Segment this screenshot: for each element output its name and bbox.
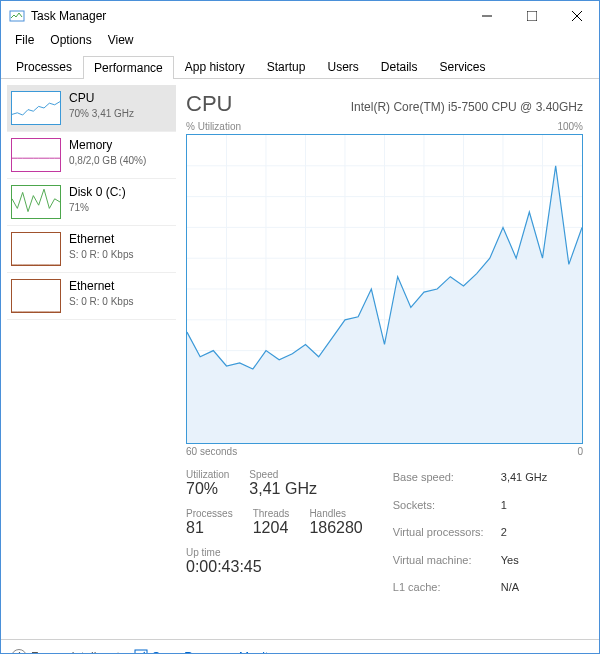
separator: | [116,650,119,655]
tab-users[interactable]: Users [316,55,369,78]
stat-uptime: 0:00:43:45 [186,558,363,576]
tab-processes[interactable]: Processes [5,55,83,78]
sidebar-item-memory[interactable]: Memory0,8/2,0 GB (40%) [7,132,176,179]
mini-chart-disk [11,185,61,219]
stat-label: Utilization [186,469,229,480]
window-controls [464,1,599,31]
tab-details[interactable]: Details [370,55,429,78]
mini-chart-ethernet [11,279,61,313]
sidebar-item-sub: 71% [69,201,126,214]
stats-area: Utilization70% Speed3,41 GHz Processes81… [186,469,583,597]
maximize-button[interactable] [509,1,554,31]
stat-label: Processes [186,508,233,519]
stat-speed: 3,41 GHz [249,480,317,498]
close-button[interactable] [554,1,599,31]
page-title: CPU [186,91,232,117]
fewer-details-label: Fewer details [31,650,102,655]
stat-label: Handles [309,508,362,519]
footer: ˄ Fewer details | Open Resource Monitor [1,639,599,654]
minimize-button[interactable] [464,1,509,31]
content-area: CPU70% 3,41 GHz Memory0,8/2,0 GB (40%) D… [1,79,599,639]
sidebar-item-cpu[interactable]: CPU70% 3,41 GHz [7,85,176,132]
mini-chart-memory [11,138,61,172]
titlebar: Task Manager [1,1,599,31]
menubar: File Options View [1,31,599,51]
sidebar-item-sub: 70% 3,41 GHz [69,107,134,120]
menu-file[interactable]: File [7,31,42,51]
svg-rect-2 [527,11,537,21]
cpu-utilization-chart [186,134,583,444]
mini-chart-ethernet [11,232,61,266]
kv-l1: N/A [501,579,519,597]
sidebar-item-sub: S: 0 R: 0 Kbps [69,248,133,261]
tab-app-history[interactable]: App history [174,55,256,78]
stat-threads: 1204 [253,519,290,537]
stat-label: Speed [249,469,317,480]
chart-ylabel: % Utilization [186,121,241,132]
fewer-details-button[interactable]: ˄ Fewer details [11,649,102,655]
menu-view[interactable]: View [100,31,142,51]
mini-chart-cpu [11,91,61,125]
sidebar-item-sub: S: 0 R: 0 Kbps [69,295,133,308]
kv-label: L1 cache: [393,579,493,597]
svg-rect-24 [135,650,147,654]
sidebar-item-label: Ethernet [69,279,133,295]
kv-label: Sockets: [393,497,493,515]
kv-vproc: 2 [501,524,507,542]
stat-label: Threads [253,508,290,519]
sidebar-item-ethernet-1[interactable]: EthernetS: 0 R: 0 Kbps [7,226,176,273]
stat-label: Up time [186,547,363,558]
menu-options[interactable]: Options [42,31,99,51]
tab-startup[interactable]: Startup [256,55,317,78]
stat-utilization: 70% [186,480,229,498]
stat-processes: 81 [186,519,233,537]
open-resource-monitor-link[interactable]: Open Resource Monitor [134,648,279,654]
main-panel: CPU Intel(R) Core(TM) i5-7500 CPU @ 3.40… [176,79,599,639]
cpu-model: Intel(R) Core(TM) i5-7500 CPU @ 3.40GHz [351,100,583,114]
sidebar-item-label: Ethernet [69,232,133,248]
sidebar: CPU70% 3,41 GHz Memory0,8/2,0 GB (40%) D… [1,79,176,639]
sidebar-item-label: CPU [69,91,134,107]
sidebar-item-label: Disk 0 (C:) [69,185,126,201]
kv-sockets: 1 [501,497,507,515]
window-title: Task Manager [31,9,464,23]
kv-label: Base speed: [393,469,493,487]
sidebar-item-sub: 0,8/2,0 GB (40%) [69,154,146,167]
chart-xright: 0 [577,446,583,457]
resource-monitor-label: Open Resource Monitor [152,650,279,655]
chart-ymax: 100% [557,121,583,132]
app-icon [9,8,25,24]
sidebar-item-label: Memory [69,138,146,154]
kv-base-speed: 3,41 GHz [501,469,547,487]
stat-handles: 186280 [309,519,362,537]
tab-services[interactable]: Services [429,55,497,78]
kv-label: Virtual processors: [393,524,493,542]
tab-performance[interactable]: Performance [83,56,174,79]
sidebar-item-ethernet-2[interactable]: EthernetS: 0 R: 0 Kbps [7,273,176,320]
kv-vmachine: Yes [501,552,519,570]
chevron-up-icon: ˄ [11,649,27,655]
sidebar-item-disk[interactable]: Disk 0 (C:)71% [7,179,176,226]
kv-label: Virtual machine: [393,552,493,570]
monitor-icon [134,648,148,654]
chart-xleft: 60 seconds [186,446,237,457]
tabbar: Processes Performance App history Startu… [1,51,599,79]
